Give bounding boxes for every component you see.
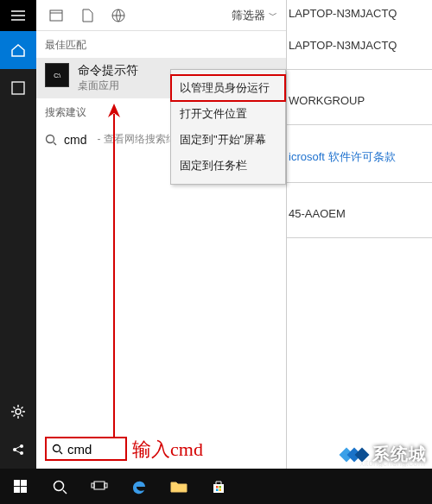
globe-icon: [111, 9, 125, 22]
svg-rect-14: [219, 486, 222, 488]
svg-rect-15: [216, 488, 219, 491]
store-button[interactable]: [199, 469, 238, 504]
result-title: 命令提示符: [78, 63, 138, 79]
bg-line: LAPTOP-N3MJACTQ: [287, 35, 432, 67]
svg-rect-16: [219, 488, 222, 491]
ctx-run-as-admin[interactable]: 以管理员身份运行: [171, 75, 285, 101]
share-button[interactable]: [0, 431, 36, 469]
start-button[interactable]: [0, 469, 40, 504]
background-info: LAPTOP-N3MJACTQ LAPTOP-N3MJACTQ WORKGROU…: [287, 3, 432, 259]
ctx-open-file-location[interactable]: 打开文件位置: [171, 101, 285, 127]
svg-rect-10: [94, 482, 105, 489]
bg-line: 45-AAOEM: [287, 204, 432, 236]
edge-icon: [131, 479, 147, 495]
store-icon: [211, 479, 226, 495]
folder-icon: [170, 480, 187, 493]
svg-point-1: [16, 409, 21, 414]
chevron-down-icon: ﹀: [269, 9, 277, 22]
filter-label: 筛选器: [232, 8, 265, 23]
divider: [287, 237, 432, 257]
ctx-pin-taskbar[interactable]: 固定到任务栏: [171, 153, 285, 179]
svg-point-9: [54, 481, 64, 490]
search-icon: [52, 479, 67, 495]
taskview-icon: [91, 481, 108, 493]
svg-rect-12: [105, 483, 107, 488]
bg-line: WORKGROUP: [287, 91, 432, 123]
hamburger-icon: [11, 10, 25, 21]
home-icon: [10, 42, 26, 58]
document-icon: [82, 9, 93, 22]
svg-rect-13: [216, 486, 219, 488]
tab-web[interactable]: [104, 3, 133, 28]
taskbar-search-box[interactable]: [45, 437, 127, 461]
share-icon: [11, 443, 25, 457]
cmd-thumb-icon: C:\: [45, 63, 69, 87]
search-input[interactable]: [67, 442, 118, 457]
tab-apps[interactable]: [41, 3, 71, 28]
window-icon: [49, 9, 63, 22]
search-tabs-row: 筛选器 ﹀: [36, 0, 286, 31]
result-subtitle: 桌面应用: [78, 79, 138, 93]
best-match-label: 最佳匹配: [36, 31, 286, 58]
taskview-button[interactable]: [79, 469, 119, 504]
svg-rect-0: [12, 82, 24, 94]
bg-line: LAPTOP-N3MJACTQ: [287, 3, 432, 35]
svg-rect-11: [92, 483, 94, 488]
windows-logo-icon: [14, 480, 27, 493]
system-sidebar: [0, 0, 36, 469]
context-menu: 以管理员身份运行 打开文件位置 固定到"开始"屏幕 固定到任务栏: [170, 69, 286, 185]
watermark-sub: xitongcheng.com: [359, 458, 425, 468]
explorer-button[interactable]: [159, 469, 199, 504]
divider: [287, 182, 432, 202]
edge-button[interactable]: [119, 469, 159, 504]
apps-button[interactable]: [0, 69, 36, 107]
tab-documents[interactable]: [73, 3, 102, 28]
box-icon: [11, 81, 25, 95]
svg-rect-5: [50, 10, 62, 21]
suggestion-query: cmd: [64, 133, 86, 147]
divider: [287, 69, 432, 89]
gear-icon: [10, 404, 26, 419]
ctx-pin-start[interactable]: 固定到"开始"屏幕: [171, 127, 285, 153]
divider: [287, 124, 432, 144]
license-link[interactable]: icrosoft 软件许可条款: [287, 146, 432, 180]
filter-dropdown[interactable]: 筛选器 ﹀: [228, 8, 281, 23]
search-icon: [45, 134, 57, 146]
settings-button[interactable]: [0, 393, 36, 431]
search-icon: [52, 444, 63, 455]
svg-point-8: [54, 444, 60, 451]
taskbar-search-button[interactable]: [40, 469, 79, 504]
taskbar: [0, 469, 432, 504]
annotation-text: 输入cmd: [132, 437, 203, 463]
home-button[interactable]: [0, 31, 36, 69]
hamburger-button[interactable]: [0, 0, 36, 31]
svg-point-7: [47, 135, 54, 142]
